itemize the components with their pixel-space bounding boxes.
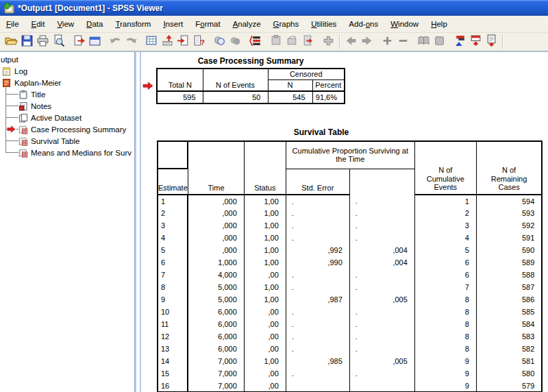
- survival-value-cell: 584: [476, 318, 542, 330]
- recall-dialogs-button[interactable]: [87, 34, 103, 50]
- toolbar-separator: [502, 35, 503, 49]
- outline-item-survival-table[interactable]: Survival Table: [0, 135, 134, 147]
- survival-value-cell: .: [286, 269, 349, 281]
- show-output-button[interactable]: [416, 34, 432, 50]
- print-preview-button[interactable]: [51, 34, 66, 50]
- survival-value-cell: 6,000: [188, 306, 244, 318]
- row-number-cell: 2: [158, 207, 188, 219]
- survival-value-cell: 7,000: [188, 367, 244, 380]
- outline-item-means-and-medians-for-surv[interactable]: Means and Medians for Surv: [0, 147, 134, 158]
- outline-item-log[interactable]: Log: [0, 65, 134, 77]
- menu-file[interactable]: File: [0, 17, 25, 31]
- survival-value-cell: 1,00: [244, 355, 286, 367]
- survival-value-cell: 5,000: [188, 293, 244, 306]
- hide-output-icon: [433, 34, 446, 50]
- demote-outline-button[interactable]: [359, 34, 375, 50]
- case-processing-summary-table[interactable]: Total N N of Events Censored N Percent 5…: [156, 68, 345, 104]
- survival-value-cell: 579: [476, 380, 542, 392]
- hide-output-button[interactable]: [432, 34, 447, 50]
- pane-splitter[interactable]: [135, 52, 141, 392]
- survival-value-cell: 582: [476, 343, 542, 355]
- outline-item-title[interactable]: Title: [0, 88, 134, 100]
- insert-text-button[interactable]: [484, 34, 499, 50]
- survival-value-cell: 1,00: [244, 219, 286, 232]
- menu-transform[interactable]: Transform: [109, 17, 157, 31]
- move-outline-item-button[interactable]: [452, 34, 468, 50]
- use-sets-button[interactable]: [248, 34, 264, 50]
- menu-view[interactable]: View: [51, 17, 80, 31]
- survival-value-cell: 3: [414, 219, 476, 232]
- survival-value-cell: .: [349, 232, 414, 244]
- variables-info-button[interactable]: ?: [191, 34, 207, 50]
- survival-value-cell: 581: [476, 355, 542, 367]
- survival-value-cell: ,000: [188, 219, 244, 232]
- survival-value-cell: ,004: [349, 256, 414, 269]
- title-icon: [18, 90, 28, 99]
- insert-text-icon: [485, 34, 498, 50]
- export-output-button[interactable]: [71, 34, 87, 50]
- insert-heading-button[interactable]: [468, 34, 484, 50]
- collapse-outline-icon: [397, 34, 410, 50]
- outline-item-notes[interactable]: Notes: [0, 100, 134, 112]
- redo-icon: [125, 34, 138, 50]
- survival-header-n-remaining-cases: N of Remaining Cases: [476, 141, 542, 195]
- survival-value-cell: 586: [476, 293, 542, 306]
- goto-case-button[interactable]: [160, 34, 175, 50]
- outline-pane: utputLogKaplan-MeierTitleNotesActive Dat…: [0, 52, 135, 392]
- survival-table[interactable]: Time Status Cumulative Proportion Surviv…: [157, 140, 543, 392]
- survival-header-time: Time: [188, 141, 244, 195]
- kaplan-icon: [2, 78, 12, 88]
- survival-value-cell: ,00: [244, 367, 286, 380]
- insert-variable-button[interactable]: [175, 34, 191, 50]
- menu-insert[interactable]: Insert: [157, 17, 189, 31]
- menu-help[interactable]: Help: [425, 17, 453, 31]
- menu-graphs[interactable]: Graphs: [267, 17, 306, 31]
- survival-value-cell: 1,00: [244, 244, 286, 256]
- survival-table-row: 167,000,009579: [158, 380, 542, 392]
- collapse-outline-button[interactable]: [395, 34, 411, 50]
- menu-data[interactable]: Data: [80, 17, 109, 31]
- survival-table-title: Survival Table: [157, 127, 486, 137]
- notes-icon: [18, 101, 28, 111]
- redo-button[interactable]: [123, 34, 139, 50]
- outline-item-label: Notes: [31, 102, 51, 110]
- save-file-icon: [21, 34, 34, 50]
- survival-value-cell: ,985: [286, 355, 349, 367]
- row-number-cell: 13: [158, 343, 188, 355]
- survival-value-cell: ,00: [244, 330, 286, 343]
- select-last-output-button[interactable]: [269, 34, 284, 50]
- menu-utilities[interactable]: Utilities: [305, 17, 342, 31]
- cps-header-censored: Censored: [268, 69, 345, 79]
- menu-addons[interactable]: Add-ons: [342, 17, 384, 31]
- goto-data-button[interactable]: [144, 34, 160, 50]
- promote-outline-button[interactable]: [343, 34, 359, 50]
- menu-analyze[interactable]: Analyze: [227, 17, 267, 31]
- menu-window[interactable]: Window: [384, 17, 425, 31]
- menu-format[interactable]: Format: [189, 17, 226, 31]
- outline-item-case-processing-summary[interactable]: Case Processing Summary: [0, 123, 134, 135]
- print-button[interactable]: [35, 34, 51, 50]
- select-last-output-icon: [270, 34, 283, 50]
- weight-cases-button[interactable]: [227, 34, 243, 50]
- save-file-button[interactable]: [19, 34, 35, 50]
- row-number-cell: 3: [158, 219, 188, 232]
- survival-value-cell: 6,000: [188, 330, 244, 343]
- menu-edit[interactable]: Edit: [25, 17, 51, 31]
- undo-button[interactable]: [108, 34, 123, 50]
- survival-header-cum-proportion: Cumulative Proportion Surviving at the T…: [286, 141, 414, 169]
- open-file-button[interactable]: [3, 34, 19, 50]
- goto-output-button[interactable]: [300, 34, 316, 50]
- svg-text:?: ?: [200, 37, 205, 46]
- outline-item-label: Kaplan-Meier: [14, 79, 61, 87]
- survival-value-cell: 7,000: [188, 355, 244, 367]
- expand-outline-button[interactable]: [379, 34, 395, 50]
- outline-item-label: Means and Medians for Surv: [31, 149, 132, 157]
- designate-window-button[interactable]: [284, 34, 300, 50]
- select-cases-button[interactable]: [212, 34, 227, 50]
- outline-item-active-dataset[interactable]: Active Dataset: [0, 112, 134, 123]
- survival-value-cell: 1,00: [244, 281, 286, 293]
- insert-break-button[interactable]: [321, 34, 336, 50]
- outline-item-kaplan-meier[interactable]: Kaplan-Meier: [0, 77, 134, 88]
- survival-table-row: 74,000,00..6588: [158, 269, 542, 281]
- outline-root-item[interactable]: utput: [0, 53, 134, 65]
